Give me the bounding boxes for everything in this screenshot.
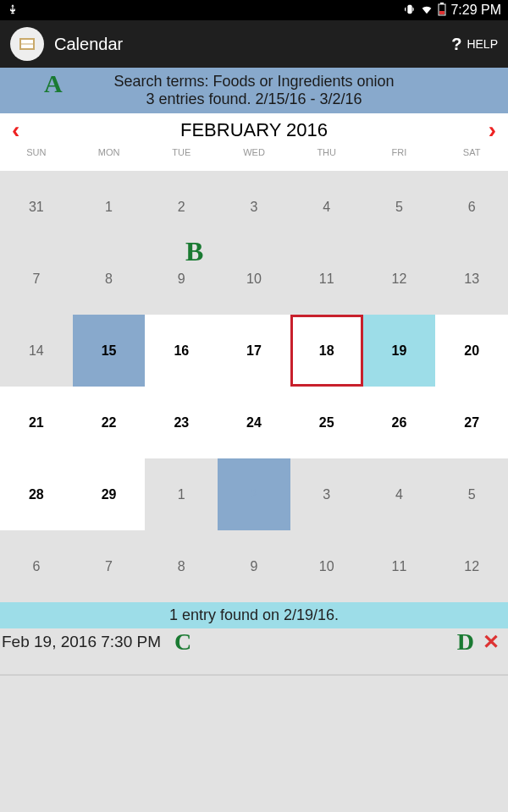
annotation-d: D bbox=[457, 628, 474, 656]
week-row: 6789101112 bbox=[0, 530, 508, 602]
day-cell[interactable]: 20 bbox=[435, 315, 508, 387]
day-cell[interactable]: 5 bbox=[435, 458, 508, 530]
day-cell[interactable]: 31 bbox=[0, 171, 73, 243]
day-cell[interactable]: 8 bbox=[73, 243, 146, 315]
day-cell[interactable]: 4 bbox=[363, 458, 436, 530]
day-cell[interactable]: 18 bbox=[290, 315, 363, 387]
svg-rect-1 bbox=[440, 3, 444, 4]
search-line-1: Search terms: Foods or Ingredients onion bbox=[0, 73, 508, 91]
annotation-c: C bbox=[174, 628, 191, 656]
next-month-button[interactable]: › bbox=[489, 117, 496, 144]
weekday-fri: FRI bbox=[363, 147, 436, 171]
annotation-a: A bbox=[44, 69, 63, 98]
weekday-row: SUN MON TUE WED THU FRI SAT bbox=[0, 147, 508, 171]
wifi-icon bbox=[420, 3, 433, 19]
day-cell[interactable]: 12 bbox=[363, 243, 436, 315]
day-cell[interactable]: 7 bbox=[0, 243, 73, 315]
day-cell[interactable]: 22 bbox=[73, 387, 146, 458]
day-cell[interactable]: 29 bbox=[73, 458, 146, 530]
day-cell[interactable]: 9 bbox=[145, 243, 218, 315]
weekday-wed: WED bbox=[218, 147, 290, 171]
status-time: 7:29 PM bbox=[450, 3, 501, 18]
calendar-grid: 3112345678910111213141516171819202122232… bbox=[0, 171, 508, 602]
battery-icon bbox=[437, 3, 447, 19]
entry-found-banner: 1 entry found on 2/19/16. bbox=[0, 602, 508, 628]
entry-datetime: Feb 19, 2016 7:30 PM bbox=[2, 633, 161, 651]
day-cell[interactable]: 23 bbox=[145, 387, 218, 458]
day-cell[interactable]: 6 bbox=[0, 530, 73, 602]
day-cell[interactable]: 9 bbox=[218, 530, 290, 602]
help-button[interactable]: ? HELP bbox=[451, 35, 498, 54]
usb-icon bbox=[7, 3, 19, 18]
search-results-banner: A Search terms: Foods or Ingredients oni… bbox=[0, 68, 508, 113]
week-row: 14151617181920 bbox=[0, 315, 508, 387]
day-cell[interactable]: 1 bbox=[73, 171, 146, 243]
day-cell[interactable]: 11 bbox=[290, 243, 363, 315]
day-cell[interactable]: 10 bbox=[218, 243, 290, 315]
weekday-sat: SAT bbox=[435, 147, 508, 171]
help-label: HELP bbox=[467, 37, 498, 51]
entry-divider bbox=[0, 656, 508, 676]
day-cell[interactable]: 14 bbox=[0, 315, 73, 387]
day-cell[interactable]: 11 bbox=[363, 530, 436, 602]
day-cell[interactable]: 1 bbox=[145, 458, 218, 530]
svg-rect-2 bbox=[439, 11, 444, 14]
day-cell[interactable]: 13 bbox=[435, 243, 508, 315]
day-cell[interactable]: 7 bbox=[73, 530, 146, 602]
vibrate-icon bbox=[403, 3, 417, 19]
day-cell[interactable]: 19 bbox=[363, 315, 436, 387]
day-cell[interactable]: 17 bbox=[218, 315, 290, 387]
weekday-thu: THU bbox=[290, 147, 363, 171]
day-cell[interactable]: 26 bbox=[363, 387, 436, 458]
status-bar: 7:29 PM bbox=[0, 0, 508, 20]
week-row: 282912345 bbox=[0, 458, 508, 530]
day-cell[interactable]: 28 bbox=[0, 458, 73, 530]
app-title: Calendar bbox=[54, 35, 123, 54]
close-entry-button[interactable]: ✕ bbox=[483, 630, 500, 654]
day-cell[interactable]: 21 bbox=[0, 387, 73, 458]
week-row: 78910111213 bbox=[0, 243, 508, 315]
search-line-2: 3 entries found. 2/15/16 - 3/2/16 bbox=[0, 91, 508, 108]
weekday-mon: MON bbox=[73, 147, 146, 171]
prev-month-button[interactable]: ‹ bbox=[12, 117, 19, 144]
day-cell[interactable]: 15 bbox=[73, 315, 146, 387]
day-cell[interactable]: 4 bbox=[290, 171, 363, 243]
month-header: ‹ FEBRUARY 2016 › bbox=[0, 113, 508, 147]
day-cell[interactable]: 2 bbox=[218, 458, 290, 530]
app-bar: Calendar ? HELP bbox=[0, 20, 508, 68]
day-cell[interactable]: 8 bbox=[145, 530, 218, 602]
week-row: 21222324252627 bbox=[0, 387, 508, 458]
day-cell[interactable]: 2 bbox=[145, 171, 218, 243]
entry-row[interactable]: Feb 19, 2016 7:30 PM C D ✕ bbox=[0, 628, 508, 656]
day-cell[interactable]: 3 bbox=[290, 458, 363, 530]
annotation-b: B bbox=[185, 236, 203, 267]
day-cell[interactable]: 24 bbox=[218, 387, 290, 458]
day-cell[interactable]: 6 bbox=[435, 171, 508, 243]
day-cell[interactable]: 16 bbox=[145, 315, 218, 387]
day-cell[interactable]: 3 bbox=[218, 171, 290, 243]
app-icon bbox=[10, 27, 44, 61]
day-cell[interactable]: 27 bbox=[435, 387, 508, 458]
help-icon: ? bbox=[451, 35, 461, 54]
day-cell[interactable]: 12 bbox=[435, 530, 508, 602]
weekday-tue: TUE bbox=[145, 147, 218, 171]
weekday-sun: SUN bbox=[0, 147, 73, 171]
month-title: FEBRUARY 2016 bbox=[180, 119, 328, 141]
day-cell[interactable]: 25 bbox=[290, 387, 363, 458]
day-cell[interactable]: 5 bbox=[363, 171, 436, 243]
day-cell[interactable]: 10 bbox=[290, 530, 363, 602]
week-row: 31123456 bbox=[0, 171, 508, 243]
